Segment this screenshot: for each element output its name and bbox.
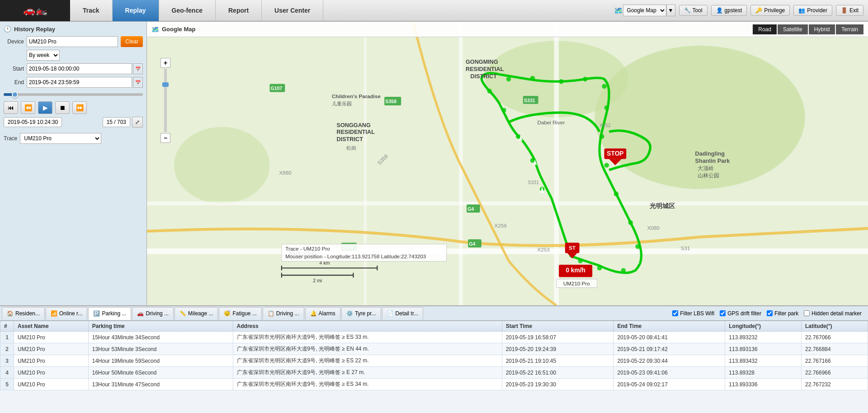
svg-text:S31: S31 <box>681 245 690 251</box>
svg-text:Trace - UM210 Pro: Trace - UM210 Pro <box>285 246 330 252</box>
device-input[interactable] <box>27 36 118 47</box>
svg-point-24 <box>635 244 640 249</box>
filter-hidden-checkbox[interactable]: Hidden detail marker <box>804 310 862 317</box>
end-calendar-btn[interactable]: 📅 <box>133 77 143 88</box>
expand-button[interactable]: ⤢ <box>132 117 143 128</box>
table-row[interactable]: 4 UM210 Pro 16Hour 50Minute 6Second 广东省深… <box>0 367 868 379</box>
provider-icon: 👥 <box>798 7 805 14</box>
filter-park-input[interactable] <box>767 310 773 316</box>
progress-track[interactable] <box>4 93 143 96</box>
tool-button[interactable]: 🔧 Tool <box>679 5 708 16</box>
map-dropdown-arrow[interactable]: ▼ <box>666 5 675 16</box>
map-type-hybrid[interactable]: Hybrid <box>809 24 835 34</box>
svg-text:X252: X252 <box>599 123 611 128</box>
svg-text:X880: X880 <box>279 170 292 176</box>
end-input[interactable] <box>27 77 132 88</box>
filter-gps-checkbox[interactable]: GPS drift filter <box>720 310 761 317</box>
tab-parking[interactable]: 🅿️ Parking ... <box>88 307 131 320</box>
cell-asset: UM210 Pro <box>14 379 89 390</box>
zoom-out-button[interactable]: − <box>160 133 170 143</box>
tab-fatigue[interactable]: 😴 Fatigue ... <box>219 307 261 320</box>
history-icon: 🕐 <box>4 25 11 33</box>
svg-text:GONGMING: GONGMING <box>466 59 498 65</box>
play-button[interactable]: ▶ <box>38 101 52 114</box>
table-row[interactable]: 5 UM210 Pro 13Hour 31Minute 47Second 广东省… <box>0 379 868 390</box>
tab-residence[interactable]: 🏠 Residen... <box>2 307 45 320</box>
svg-text:X080: X080 <box>647 225 660 231</box>
nav-tab-report[interactable]: Report <box>216 0 262 21</box>
nav-tab-usercenter[interactable]: User Center <box>262 0 323 21</box>
tab-driving2[interactable]: 📋 Driving ... <box>263 307 304 320</box>
nav-tab-track[interactable]: Track <box>70 0 113 21</box>
tab-online[interactable]: 📶 Online r... <box>46 307 87 320</box>
svg-text:Children's Paradise: Children's Paradise <box>332 93 381 99</box>
bottom-panel: 🏠 Residen... 📶 Online r... 🅿️ Parking ..… <box>0 305 868 413</box>
fast-forward-button[interactable]: ⏩ <box>72 101 87 114</box>
main-area: 🕐 History Replay Device Clear By week By… <box>0 22 868 305</box>
map-type-select[interactable]: Google Map <box>623 5 666 16</box>
trace-select[interactable]: UM210 Pro <box>20 133 101 144</box>
start-calendar-btn[interactable]: 📅 <box>133 63 143 74</box>
filter-lbs-checkbox[interactable]: Filter LBS Wifi <box>672 310 714 317</box>
device-label: Device <box>4 38 24 45</box>
trace-row: Trace UM210 Pro <box>4 133 143 144</box>
svg-text:STOP: STOP <box>607 150 623 157</box>
nav-tab-replay[interactable]: Replay <box>113 0 159 21</box>
clear-button[interactable]: Clear <box>121 36 143 47</box>
table-row[interactable]: 3 UM210 Pro 14Hour 19Minute 59Second 广东省… <box>0 355 868 367</box>
tab-driving[interactable]: 🚗 Driving ... <box>132 307 174 320</box>
svg-point-3 <box>174 127 269 204</box>
cell-address: 广东省深圳市光明区南环大道9号, 光明峰签 ≥ ES 33 m. <box>233 332 502 343</box>
table-row[interactable]: 2 UM210 Pro 13Hour 53Minute 3Second 广东省深… <box>0 343 868 355</box>
bottom-tabs: 🏠 Residen... 📶 Online r... 🅿️ Parking ..… <box>0 306 868 321</box>
nav-tab-geofence[interactable]: Geo-fence <box>159 0 216 21</box>
provider-button[interactable]: 👥 Provider <box>793 5 832 16</box>
filter-hidden-input[interactable] <box>804 310 810 316</box>
step-back-button[interactable]: ⏪ <box>21 101 35 114</box>
driving-icon: 🚗 <box>137 310 144 317</box>
cell-lat: 22.766884 <box>801 343 868 355</box>
exit-button[interactable]: 🚪 Exit <box>836 5 863 16</box>
svg-text:RESIDENTIAL: RESIDENTIAL <box>466 66 504 72</box>
tab-mileage[interactable]: 📏 Mileage ... <box>175 307 218 320</box>
zoom-controls: + − <box>160 58 170 143</box>
svg-text:G4: G4 <box>469 241 475 247</box>
cell-lat: 22.766966 <box>801 367 868 379</box>
map-selector[interactable]: 🗺️ Google Map ▼ <box>614 5 675 16</box>
map-type-terrain[interactable]: Terrain <box>836 24 863 34</box>
week-select[interactable]: By week By day By month <box>27 50 60 61</box>
filter-park-checkbox[interactable]: Filter park <box>767 310 798 317</box>
cell-parking: 13Hour 31Minute 47Second <box>88 379 233 390</box>
alarms-icon: 🔔 <box>310 310 317 317</box>
map-type-satellite[interactable]: Satellite <box>778 24 808 34</box>
stop-button[interactable]: ⏹ <box>55 101 70 114</box>
tab-alarms[interactable]: 🔔 Alarms <box>305 307 340 320</box>
table-row[interactable]: 1 UM210 Pro 15Hour 43Minute 34Second 广东省… <box>0 332 868 343</box>
filter-gps-input[interactable] <box>720 310 726 316</box>
privilege-button[interactable]: 🔑 Privilege <box>750 5 790 16</box>
current-time-display: 2019-05-19 10:24:30 <box>4 117 62 127</box>
zoom-slider-thumb[interactable] <box>162 82 169 87</box>
fatigue-icon: 😴 <box>224 310 231 317</box>
filter-lbs-input[interactable] <box>672 310 678 316</box>
start-input[interactable] <box>27 63 132 74</box>
svg-text:RESIDENTIAL: RESIDENTIAL <box>337 129 375 135</box>
tab-detail[interactable]: 📄 Detail tr... <box>382 307 424 320</box>
zoom-slider-track[interactable] <box>164 69 167 132</box>
svg-text:DISTRICT: DISTRICT <box>337 136 363 142</box>
progress-thumb[interactable] <box>12 91 18 98</box>
user-button[interactable]: 👤 gpstest <box>711 5 747 16</box>
tab-tyre[interactable]: ⚙️ Tyre pr... <box>341 307 381 320</box>
start-row: Start 📅 <box>4 63 143 74</box>
cell-address: 广东省深圳市光明区南环大道9号, 光明峰签 ≥ ES 22 m. <box>233 355 502 367</box>
map-type-road[interactable]: Road <box>753 24 777 34</box>
cell-end: 2019-05-23 09:41:06 <box>613 367 725 379</box>
tyre-icon: ⚙️ <box>346 310 353 317</box>
map-svg[interactable]: S358 S331 X252 X880 X080 X259 X253 S31 C… <box>147 22 868 305</box>
cell-lon: 113.893136 <box>725 343 802 355</box>
cell-start: 2019-05-23 19:30:30 <box>502 379 613 390</box>
svg-point-16 <box>559 79 564 84</box>
rewind-button[interactable]: ⏮ <box>4 101 18 114</box>
svg-point-25 <box>621 268 626 273</box>
zoom-in-button[interactable]: + <box>160 58 170 68</box>
